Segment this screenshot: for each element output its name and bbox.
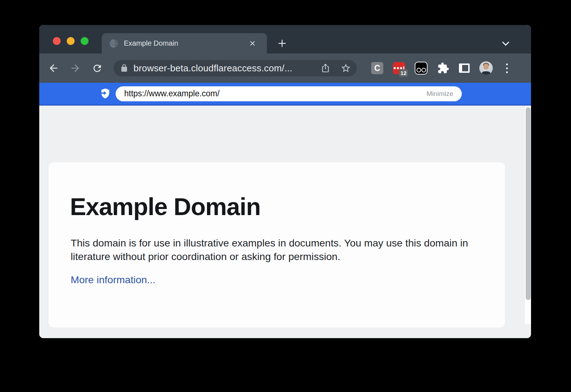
extension-badge: 12: [399, 69, 408, 77]
address-bar[interactable]: browser-beta.cloudflareaccess.com/...: [113, 60, 357, 76]
extension-c-label: C: [374, 63, 380, 73]
avatar-shoulders: [481, 71, 491, 75]
share-icon[interactable]: [320, 63, 330, 73]
lock-icon: [120, 64, 128, 72]
page-paragraph: This domain is for use in illustrative e…: [71, 236, 483, 263]
shield-arrow-icon: [97, 88, 111, 100]
new-tab-button[interactable]: [274, 35, 290, 51]
fullscreen-window-button[interactable]: [81, 37, 89, 45]
reload-button[interactable]: [89, 60, 106, 77]
back-button[interactable]: [45, 60, 62, 77]
close-window-button[interactable]: [53, 37, 61, 45]
tab-title: Example Domain: [124, 39, 242, 47]
extension-password-manager-icon[interactable]: 12: [393, 62, 405, 74]
scrollbar-thumb[interactable]: [526, 107, 531, 300]
extension-goggles-icon[interactable]: [415, 62, 428, 75]
tab-close-icon[interactable]: [247, 38, 258, 49]
side-panel-icon[interactable]: [459, 63, 470, 73]
remote-url-text: https://www.example.com/: [124, 89, 426, 98]
extensions-puzzle-icon[interactable]: [437, 62, 449, 74]
page-heading: Example Domain: [70, 192, 505, 221]
tab-strip: Example Domain: [39, 25, 531, 54]
panel-square-icon: [459, 63, 470, 73]
extension-cluster: C 12: [371, 61, 531, 75]
extension-c-icon[interactable]: C: [371, 62, 383, 74]
forward-button[interactable]: [67, 60, 84, 77]
avatar-face: [484, 63, 489, 70]
more-information-link[interactable]: More information...: [71, 274, 156, 286]
tab-search-chevron-icon[interactable]: [498, 36, 513, 51]
browser-menu-icon[interactable]: [502, 61, 511, 75]
page-viewport: Example Domain This domain is for use in…: [39, 106, 531, 338]
tab-example-domain[interactable]: Example Domain: [102, 33, 267, 54]
bookmark-star-icon[interactable]: [340, 63, 351, 73]
circle-icon: [416, 68, 421, 72]
window-controls: [53, 37, 89, 45]
remote-url-field[interactable]: https://www.example.com/ Minimize: [116, 86, 462, 101]
circle-icon: [421, 68, 426, 72]
content-card: Example Domain This domain is for use in…: [49, 162, 505, 327]
minimize-window-button[interactable]: [67, 37, 75, 45]
globe-favicon-icon: [109, 39, 119, 49]
toolbar: browser-beta.cloudflareaccess.com/... C: [39, 54, 531, 83]
browser-window: Example Domain: [39, 25, 531, 338]
isolation-url-bar: https://www.example.com/ Minimize: [39, 83, 531, 106]
profile-avatar[interactable]: [479, 61, 493, 75]
scrollbar-track[interactable]: [525, 106, 531, 324]
address-url-text: browser-beta.cloudflareaccess.com/...: [133, 63, 320, 74]
minimize-bar-button[interactable]: Minimize: [426, 90, 453, 98]
